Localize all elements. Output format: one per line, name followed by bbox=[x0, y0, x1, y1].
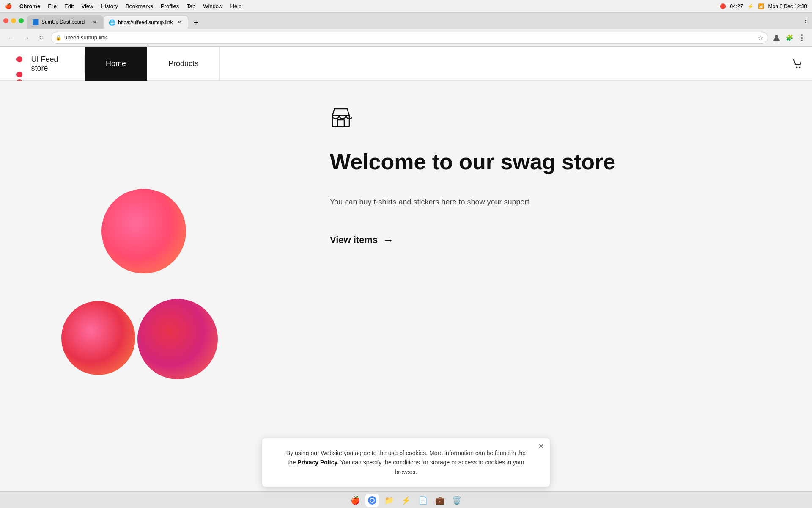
tab-menu[interactable]: Tab bbox=[187, 3, 195, 9]
url-text: uifeed.sumup.link bbox=[64, 34, 755, 41]
cookie-text-before: By using our Website you agree to the us… bbox=[286, 450, 526, 456]
dock-chrome-icon[interactable] bbox=[365, 494, 379, 507]
svg-point-0 bbox=[775, 35, 778, 38]
site-name: UI Feed store bbox=[31, 55, 71, 73]
logo-dot-bottom-left bbox=[16, 72, 22, 77]
cookie-banner: By using our Website you agree to the us… bbox=[262, 438, 550, 487]
dock-lightning-icon[interactable]: ⚡ bbox=[399, 494, 413, 507]
tab-uifeed[interactable]: 🌐 https://uifeed.sumup.link ✕ bbox=[103, 15, 188, 29]
site-header: UI Feed store Home Products bbox=[0, 47, 812, 81]
circles-container bbox=[53, 185, 243, 388]
refresh-button[interactable]: ↻ bbox=[36, 32, 47, 44]
wifi-icon: 📶 bbox=[758, 3, 764, 9]
tab-bar-inner: 🟦 SumUp Dashboard ✕ 🌐 https://uifeed.sum… bbox=[27, 13, 799, 29]
minimize-button[interactable] bbox=[11, 18, 16, 23]
battery-charging-icon: 🔴 bbox=[720, 3, 726, 9]
forward-button[interactable]: → bbox=[20, 32, 32, 44]
dock: 🍎 📁 ⚡ 📄 💼 🗑️ bbox=[0, 491, 812, 508]
close-button[interactable] bbox=[3, 18, 8, 23]
site-logo-area: UI Feed store bbox=[0, 55, 85, 73]
tab2-title: https://uifeed.sumup.link bbox=[118, 19, 173, 25]
cookie-close-button[interactable]: ✕ bbox=[538, 442, 544, 450]
bookmark-icon[interactable]: ☆ bbox=[758, 34, 763, 41]
extensions-icon[interactable]: 🧩 bbox=[784, 33, 794, 43]
toolbar-right: 🧩 ⋮ bbox=[771, 33, 807, 43]
new-tab-button[interactable]: + bbox=[190, 17, 202, 29]
datetime: Mon 6 Dec 12:38 bbox=[768, 3, 807, 9]
dock-briefcase-icon[interactable]: 💼 bbox=[433, 494, 447, 507]
circle-bottom-right bbox=[137, 299, 218, 379]
address-bar[interactable]: 🔒 uifeed.sumup.link ☆ bbox=[51, 32, 768, 44]
view-items-button[interactable]: View items → bbox=[330, 234, 778, 247]
website: UI Feed store Home Products bbox=[0, 47, 812, 491]
file-menu[interactable]: File bbox=[48, 3, 57, 9]
battery-time: 04:27 bbox=[730, 3, 743, 9]
tab2-favicon: 🌐 bbox=[109, 19, 115, 25]
menu-bar: 🍎 Chrome File Edit View History Bookmark… bbox=[0, 0, 812, 13]
cookie-text: By using our Website you agree to the us… bbox=[279, 448, 533, 477]
apple-menu[interactable]: 🍎 bbox=[5, 3, 12, 9]
cookie-text-after: You can specify the conditions for stora… bbox=[340, 459, 524, 475]
dock-notes-icon[interactable]: 📄 bbox=[416, 494, 430, 507]
store-icon bbox=[330, 106, 778, 133]
logo-spacer bbox=[16, 64, 22, 70]
history-menu[interactable]: History bbox=[101, 3, 118, 9]
dock-finder-folder-icon[interactable]: 📁 bbox=[382, 494, 396, 507]
welcome-title: Welcome to our swag store bbox=[330, 149, 778, 175]
tab2-close[interactable]: ✕ bbox=[176, 19, 183, 26]
left-panel bbox=[0, 81, 296, 491]
arrow-right-icon: → bbox=[383, 234, 394, 247]
home-nav-link[interactable]: Home bbox=[85, 47, 147, 81]
products-nav-link[interactable]: Products bbox=[147, 47, 220, 81]
edit-menu[interactable]: Edit bbox=[64, 3, 74, 9]
window-menu[interactable]: Window bbox=[203, 3, 222, 9]
browser-chrome: 🟦 SumUp Dashboard ✕ 🌐 https://uifeed.sum… bbox=[0, 13, 812, 47]
right-panel: Welcome to our swag store You can buy t-… bbox=[296, 81, 812, 491]
circle-top bbox=[102, 189, 186, 273]
profiles-menu[interactable]: Profiles bbox=[161, 3, 179, 9]
store-description: You can buy t-shirts and stickers here t… bbox=[330, 196, 778, 208]
dock-trash-icon[interactable]: 🗑️ bbox=[450, 494, 464, 507]
traffic-lights bbox=[0, 13, 27, 29]
tab1-favicon: 🟦 bbox=[32, 19, 38, 25]
svg-point-1 bbox=[796, 66, 798, 68]
svg-point-2 bbox=[799, 66, 801, 68]
help-menu[interactable]: Help bbox=[230, 3, 242, 9]
back-button[interactable]: ← bbox=[5, 32, 17, 44]
tab-bar: 🟦 SumUp Dashboard ✕ 🌐 https://uifeed.sum… bbox=[0, 13, 812, 29]
lock-icon: 🔒 bbox=[55, 35, 62, 41]
toolbar: ← → ↻ 🔒 uifeed.sumup.link ☆ 🧩 ⋮ bbox=[0, 29, 812, 47]
view-menu[interactable]: View bbox=[81, 3, 93, 9]
cart-icon[interactable] bbox=[782, 47, 812, 81]
maximize-button[interactable] bbox=[19, 18, 24, 23]
svg-rect-4 bbox=[337, 120, 344, 127]
tab1-close[interactable]: ✕ bbox=[91, 19, 98, 25]
tab-list-icon[interactable]: ⋮ bbox=[803, 17, 809, 24]
logo-dot-top bbox=[16, 56, 22, 62]
site-nav: Home Products bbox=[85, 47, 812, 81]
bookmarks-menu[interactable]: Bookmarks bbox=[126, 3, 153, 9]
svg-point-7 bbox=[370, 499, 374, 502]
tab-sumup-dashboard[interactable]: 🟦 SumUp Dashboard ✕ bbox=[27, 15, 103, 29]
dock-finder-icon[interactable]: 🍎 bbox=[348, 494, 362, 507]
profile-icon[interactable] bbox=[771, 33, 782, 43]
chrome-menu[interactable]: Chrome bbox=[19, 3, 40, 9]
menu-bar-right: 🔴 04:27 ⚡ 📶 Mon 6 Dec 12:38 bbox=[720, 0, 807, 13]
main-content: Welcome to our swag store You can buy t-… bbox=[0, 81, 812, 491]
more-options-icon[interactable]: ⋮ bbox=[797, 33, 807, 43]
bluetooth-icon: ⚡ bbox=[747, 3, 754, 9]
tab1-title: SumUp Dashboard bbox=[41, 19, 88, 25]
circle-bottom-left bbox=[61, 301, 135, 375]
view-items-label: View items bbox=[330, 235, 378, 246]
logo bbox=[13, 56, 26, 72]
privacy-policy-link[interactable]: Privacy Policy. bbox=[297, 459, 339, 466]
